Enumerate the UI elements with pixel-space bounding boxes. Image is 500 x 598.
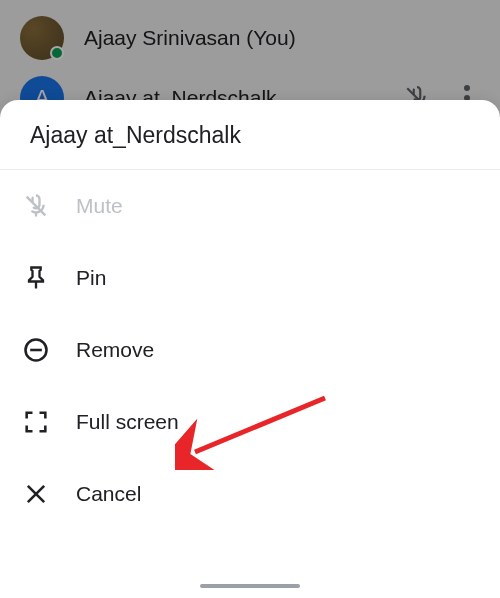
menu-item-remove[interactable]: Remove xyxy=(0,314,500,386)
menu-label: Full screen xyxy=(76,410,179,434)
menu-label: Cancel xyxy=(76,482,141,506)
close-icon xyxy=(22,480,50,508)
pin-icon xyxy=(22,264,50,292)
navigation-handle[interactable] xyxy=(200,584,300,588)
menu-label: Mute xyxy=(76,194,123,218)
fullscreen-icon xyxy=(22,408,50,436)
menu-item-pin[interactable]: Pin xyxy=(0,242,500,314)
menu-item-fullscreen[interactable]: Full screen xyxy=(0,386,500,458)
menu-label: Pin xyxy=(76,266,106,290)
remove-icon xyxy=(22,336,50,364)
bottom-sheet: Ajaay at_Nerdschalk Mute Pin xyxy=(0,100,500,598)
mic-off-icon xyxy=(22,192,50,220)
menu-list: Mute Pin Remove Full screen xyxy=(0,170,500,530)
sheet-title: Ajaay at_Nerdschalk xyxy=(0,100,500,170)
menu-item-cancel[interactable]: Cancel xyxy=(0,458,500,530)
menu-label: Remove xyxy=(76,338,154,362)
menu-item-mute: Mute xyxy=(0,170,500,242)
